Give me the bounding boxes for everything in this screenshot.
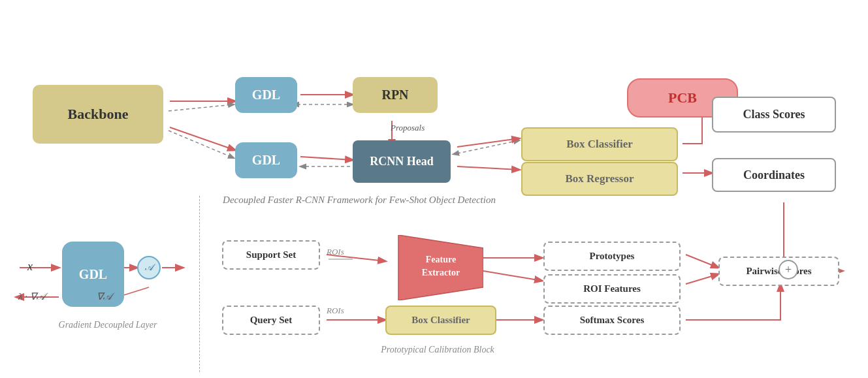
pcb-caption: Prototypical Calibration Block bbox=[274, 345, 601, 355]
lambda-label: λ · ∇𝒜 bbox=[18, 291, 45, 302]
backbone-label: Backbone bbox=[68, 106, 129, 123]
rpn-box: RPN bbox=[353, 77, 438, 113]
roi-features-box: ROI Features bbox=[543, 274, 681, 304]
softmax-scores-box: Softmax Scores bbox=[543, 306, 681, 335]
gdl-detail-box: GDL bbox=[62, 242, 124, 307]
coordinates-box: Coordinates bbox=[712, 158, 836, 192]
gdl-detail-label: GDL bbox=[79, 267, 107, 282]
svg-text:Extractor: Extractor bbox=[422, 268, 460, 277]
backbone-box: Backbone bbox=[33, 85, 163, 144]
box-classifier-top: Box Classifier bbox=[521, 127, 678, 161]
diagram-container: Backbone GDL GDL RPN RCNN Head Proposals… bbox=[0, 0, 868, 378]
gdl1-box: GDL bbox=[235, 77, 297, 113]
class-scores-label: Class Scores bbox=[743, 108, 805, 121]
pcb-label: PCB bbox=[668, 89, 697, 106]
x-label: x bbox=[27, 260, 33, 274]
feature-extractor-svg: Feature Extractor bbox=[379, 235, 483, 300]
box-regressor-box: Box Regressor bbox=[521, 162, 678, 196]
coordinates-label: Coordinates bbox=[743, 168, 805, 182]
nabla-label: ∇𝒜 bbox=[97, 291, 112, 302]
rpn-label: RPN bbox=[381, 87, 408, 102]
support-set-label: Support Set bbox=[246, 249, 296, 260]
class-scores-box: Class Scores bbox=[712, 97, 836, 133]
circle-a-label: 𝒜 bbox=[145, 262, 153, 273]
rois-label2: ROIs bbox=[327, 306, 344, 316]
prototypes-box: Prototypes bbox=[543, 242, 681, 271]
gdl2-label: GDL bbox=[252, 153, 280, 168]
box-classifier-bottom-label: Box Classifier bbox=[411, 315, 470, 326]
support-set-box: Support Set bbox=[222, 240, 320, 270]
proposals-label: Proposals bbox=[391, 123, 425, 133]
rcnn-box: RCNN Head bbox=[353, 140, 451, 183]
svg-text:Feature: Feature bbox=[426, 255, 456, 264]
box-classifier-top-label: Box Classifier bbox=[566, 138, 633, 151]
query-set-label: Query Set bbox=[250, 315, 293, 326]
vertical-divider bbox=[199, 196, 200, 372]
rois-label1: ROIs bbox=[327, 247, 344, 257]
box-regressor-label: Box Regressor bbox=[566, 172, 634, 185]
roi-features-label: ROI Features bbox=[583, 283, 641, 294]
circle-a: 𝒜 bbox=[137, 256, 161, 279]
rcnn-label: RCNN Head bbox=[370, 155, 434, 168]
plus-circle: + bbox=[779, 260, 798, 279]
gdl-caption: Gradient Decoupled Layer bbox=[13, 320, 202, 330]
gdl1-label: GDL bbox=[252, 87, 280, 102]
softmax-scores-label: Softmax Scores bbox=[580, 315, 644, 326]
prototypes-label: Prototypes bbox=[590, 251, 635, 262]
gdl2-box: GDL bbox=[235, 142, 297, 178]
query-set-box: Query Set bbox=[222, 306, 320, 335]
box-classifier-bottom: Box Classifier bbox=[385, 306, 496, 335]
